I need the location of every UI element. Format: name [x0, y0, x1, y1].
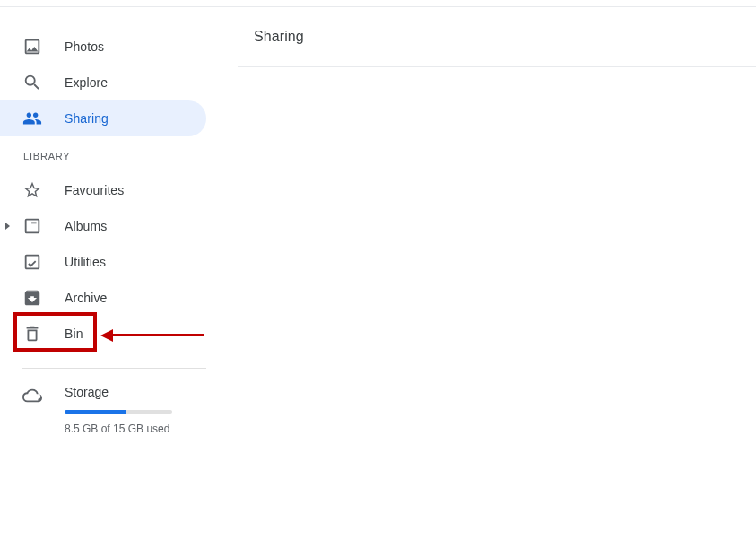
sidebar-item-label: Albums: [65, 219, 107, 233]
cloud-icon: [22, 385, 43, 406]
page-title: Sharing: [254, 29, 756, 66]
sidebar-item-sharing[interactable]: Sharing: [0, 100, 206, 136]
search-icon: [22, 72, 43, 93]
sidebar-item-favourites[interactable]: Favourites: [0, 172, 206, 208]
sidebar-item-explore[interactable]: Explore: [0, 65, 206, 100]
sidebar-item-bin[interactable]: Bin: [0, 316, 206, 352]
photos-icon: [22, 36, 43, 57]
divider: [22, 368, 206, 369]
storage-section[interactable]: Storage 8.5 GB of 15 GB used: [0, 385, 238, 435]
sidebar-item-photos[interactable]: Photos: [0, 29, 206, 65]
star-icon: [22, 179, 43, 201]
storage-bar-fill: [65, 410, 126, 414]
storage-bar: [65, 410, 172, 414]
sidebar-item-archive[interactable]: Archive: [0, 280, 206, 316]
sidebar-item-label: Bin: [65, 327, 83, 341]
archive-icon: [22, 287, 43, 309]
sidebar-item-label: Archive: [65, 291, 107, 305]
sidebar-item-label: Utilities: [65, 255, 106, 269]
album-icon: [22, 215, 43, 237]
storage-label: Storage: [65, 385, 172, 399]
library-header: LIBRARY: [0, 136, 238, 172]
chevron-right-icon[interactable]: [5, 223, 10, 230]
sidebar-item-label: Explore: [65, 75, 108, 90]
sidebar: Photos Explore Sharing LIBRARY Favourite…: [0, 7, 238, 541]
sidebar-item-albums[interactable]: Albums: [0, 208, 206, 244]
sidebar-item-label: Sharing: [65, 111, 109, 126]
main-divider: [238, 66, 756, 67]
top-border: [0, 0, 756, 7]
trash-icon: [22, 323, 43, 345]
storage-used-text: 8.5 GB of 15 GB used: [65, 423, 172, 435]
utilities-icon: [22, 251, 43, 273]
main-content: Sharing: [238, 7, 756, 541]
sidebar-item-utilities[interactable]: Utilities: [0, 244, 206, 280]
sidebar-item-label: Photos: [65, 39, 104, 54]
sidebar-item-label: Favourites: [65, 183, 124, 197]
people-icon: [22, 108, 43, 129]
storage-body: Storage 8.5 GB of 15 GB used: [65, 385, 172, 435]
